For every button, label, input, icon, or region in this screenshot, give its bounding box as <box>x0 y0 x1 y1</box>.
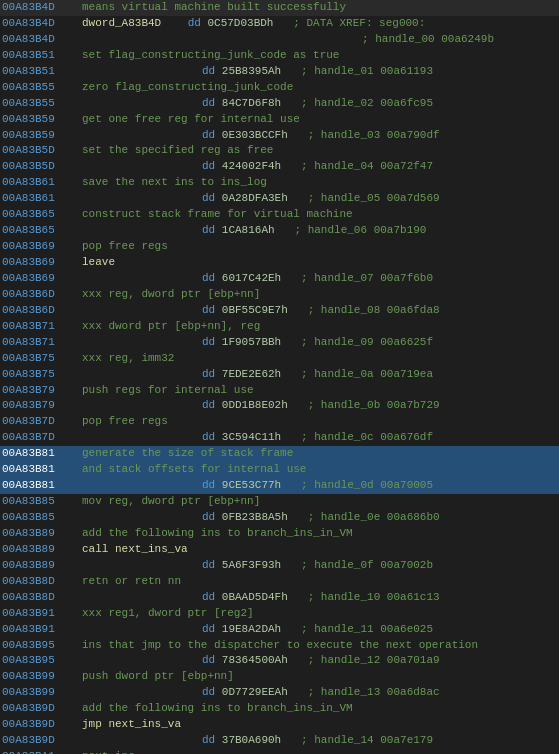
address: 00A83B5D <box>2 159 74 175</box>
code-line[interactable]: 00A83B9Ddd 37B0A690h ; handle_14 00a7e17… <box>0 733 559 749</box>
line-content: dd 1CA816Ah ; handle_06 00a7b190 <box>82 223 557 239</box>
line-content: dd 0BAAD5D4Fh ; handle_10 00a61c13 <box>82 590 557 606</box>
line-content: means virtual machine built successfully <box>82 0 557 16</box>
code-line[interactable]: 00A83B89call next_ins_va <box>0 542 559 558</box>
code-line[interactable]: 00A83B75xxx reg, imm32 <box>0 351 559 367</box>
code-line[interactable]: 00A83B91dd 19E8A2DAh ; handle_11 00a6e02… <box>0 622 559 638</box>
line-content: dd 6017C42Eh ; handle_07 00a7f6b0 <box>82 271 557 287</box>
code-line[interactable]: 00A83B59get one free reg for internal us… <box>0 112 559 128</box>
code-line[interactable]: 00A83B65dd 1CA816Ah ; handle_06 00a7b190 <box>0 223 559 239</box>
address: 00A83B61 <box>2 175 74 191</box>
address: 00A83B69 <box>2 255 74 271</box>
code-line[interactable]: 00A83B8Dretn or retn nn <box>0 574 559 590</box>
address: 00A83B99 <box>2 669 74 685</box>
line-content: call next_ins_va <box>82 542 557 558</box>
code-line[interactable]: 00A83B99dd 0D7729EEAh ; handle_13 00a6d8… <box>0 685 559 701</box>
address: 00A83B65 <box>2 223 74 239</box>
code-line[interactable]: 00A83B65construct stack frame for virtua… <box>0 207 559 223</box>
code-line[interactable]: 00A83B85dd 0FB23B8A5h ; handle_0e 00a686… <box>0 510 559 526</box>
code-line[interactable]: 00A83B55dd 84C7D6F8h ; handle_02 00a6fc9… <box>0 96 559 112</box>
code-container: 00A83B4Dmeans virtual machine built succ… <box>0 0 559 754</box>
address: 00A83B89 <box>2 558 74 574</box>
code-line[interactable]: 00A83B85mov reg, dword ptr [ebp+nn] <box>0 494 559 510</box>
address: 00A83B59 <box>2 128 74 144</box>
code-line[interactable]: 00A83B69pop free regs <box>0 239 559 255</box>
code-line[interactable]: 00A83B6Dxxx reg, dword ptr [ebp+nn] <box>0 287 559 303</box>
line-content: dd 7EDE2E62h ; handle_0a 00a719ea <box>82 367 557 383</box>
code-line[interactable]: 00A83B9Dadd the following ins to branch_… <box>0 701 559 717</box>
address: 00A83B75 <box>2 367 74 383</box>
line-content: construct stack frame for virtual machin… <box>82 207 557 223</box>
code-line[interactable]: 00A83B51set flag_constructing_junk_code … <box>0 48 559 64</box>
code-line[interactable]: 00A83B6Ddd 0BF55C9E7h ; handle_08 00a6fd… <box>0 303 559 319</box>
address: 00A83B9D <box>2 717 74 733</box>
address: 00A83B55 <box>2 96 74 112</box>
code-line[interactable]: 00A83B69dd 6017C42Eh ; handle_07 00a7f6b… <box>0 271 559 287</box>
address: 00A83B9D <box>2 701 74 717</box>
code-line[interactable]: 00A83B89dd 5A6F3F93h ; handle_0f 00a7002… <box>0 558 559 574</box>
address: 00A83B85 <box>2 494 74 510</box>
line-content: zero flag_constructing_junk_code <box>82 80 557 96</box>
code-line[interactable]: 00A83B89add the following ins to branch_… <box>0 526 559 542</box>
line-content: xxx dword ptr [ebp+nn], reg <box>82 319 557 335</box>
address: 00A83B65 <box>2 207 74 223</box>
line-content: add the following ins to branch_ins_in_V… <box>82 526 557 542</box>
code-line[interactable]: 00A83B79dd 0DD1B8E02h ; handle_0b 00a7b7… <box>0 398 559 414</box>
address: 00A83B89 <box>2 542 74 558</box>
code-line[interactable]: 00A83B71xxx dword ptr [ebp+nn], reg <box>0 319 559 335</box>
code-line[interactable]: 00A83B95dd 78364500Ah ; handle_12 00a701… <box>0 653 559 669</box>
line-content: pop free regs <box>82 239 557 255</box>
line-content: dd 0FB23B8A5h ; handle_0e 00a686b0 <box>82 510 557 526</box>
line-content: dd 0E303BCCFh ; handle_03 00a790df <box>82 128 557 144</box>
code-line[interactable]: 00A83B4D; handle_00 00a6249b <box>0 32 559 48</box>
code-line[interactable]: 00A83B61save the next ins to ins_log <box>0 175 559 191</box>
address: 00A83B9D <box>2 733 74 749</box>
line-content: dd 0BF55C9E7h ; handle_08 00a6fda8 <box>82 303 557 319</box>
code-line[interactable]: 00A83B99push dword ptr [ebp+nn] <box>0 669 559 685</box>
address: 00A83B59 <box>2 112 74 128</box>
code-line[interactable]: 00A83B61dd 0A28DFA3Eh ; handle_05 00a7d5… <box>0 191 559 207</box>
code-line[interactable]: 00A83B81and stack offsets for internal u… <box>0 462 559 478</box>
line-content: dd 37B0A690h ; handle_14 00a7e179 <box>82 733 557 749</box>
code-line[interactable]: 00A83B79push regs for internal use <box>0 383 559 399</box>
code-line[interactable]: 00A83B4Ddword_A83B4D dd 0C57D03BDh ; DAT… <box>0 16 559 32</box>
code-line[interactable]: 00A83BA1next ins <box>0 749 559 754</box>
address: 00A83B91 <box>2 622 74 638</box>
code-line[interactable]: 00A83B5Dset the specified reg as free <box>0 143 559 159</box>
address: 00A83B81 <box>2 462 74 478</box>
address: 00A83B4D <box>2 32 74 48</box>
address: 00A83B79 <box>2 383 74 399</box>
code-line[interactable]: 00A83B7Dpop free regs <box>0 414 559 430</box>
line-content: set the specified reg as free <box>82 143 557 159</box>
address: 00A83B4D <box>2 16 74 32</box>
code-line[interactable]: 00A83B59dd 0E303BCCFh ; handle_03 00a790… <box>0 128 559 144</box>
line-content: dd 19E8A2DAh ; handle_11 00a6e025 <box>82 622 557 638</box>
address: 00A83B7D <box>2 430 74 446</box>
line-content: push regs for internal use <box>82 383 557 399</box>
code-line[interactable]: 00A83B69leave <box>0 255 559 271</box>
code-line[interactable]: 00A83B81dd 9CE53C77h ; handle_0d 00a7000… <box>0 478 559 494</box>
code-line[interactable]: 00A83B81generate the size of stack frame <box>0 446 559 462</box>
line-content: dd 78364500Ah ; handle_12 00a701a9 <box>82 653 557 669</box>
line-content: ins that jmp to the dispatcher to execut… <box>82 638 557 654</box>
line-content: push dword ptr [ebp+nn] <box>82 669 557 685</box>
line-content: pop free regs <box>82 414 557 430</box>
line-content: save the next ins to ins_log <box>82 175 557 191</box>
code-line[interactable]: 00A83B5Ddd 424002F4h ; handle_04 00a72f4… <box>0 159 559 175</box>
line-content: get one free reg for internal use <box>82 112 557 128</box>
code-line[interactable]: 00A83B75dd 7EDE2E62h ; handle_0a 00a719e… <box>0 367 559 383</box>
address: 00A83B61 <box>2 191 74 207</box>
code-line[interactable]: 00A83B8Ddd 0BAAD5D4Fh ; handle_10 00a61c… <box>0 590 559 606</box>
code-line[interactable]: 00A83B51dd 25B8395Ah ; handle_01 00a6119… <box>0 64 559 80</box>
code-line[interactable]: 00A83B55zero flag_constructing_junk_code <box>0 80 559 96</box>
address: 00A83B81 <box>2 446 74 462</box>
code-line[interactable]: 00A83B9Djmp next_ins_va <box>0 717 559 733</box>
line-content: generate the size of stack frame <box>82 446 557 462</box>
code-line[interactable]: 00A83B71dd 1F9057BBh ; handle_09 00a6625… <box>0 335 559 351</box>
code-line[interactable]: 00A83B91xxx reg1, dword ptr [reg2] <box>0 606 559 622</box>
code-line[interactable]: 00A83B7Ddd 3C594C11h ; handle_0c 00a676d… <box>0 430 559 446</box>
line-content: dd 0D7729EEAh ; handle_13 00a6d8ac <box>82 685 557 701</box>
code-line[interactable]: 00A83B4Dmeans virtual machine built succ… <box>0 0 559 16</box>
address: 00A83B4D <box>2 0 74 16</box>
code-line[interactable]: 00A83B95ins that jmp to the dispatcher t… <box>0 638 559 654</box>
